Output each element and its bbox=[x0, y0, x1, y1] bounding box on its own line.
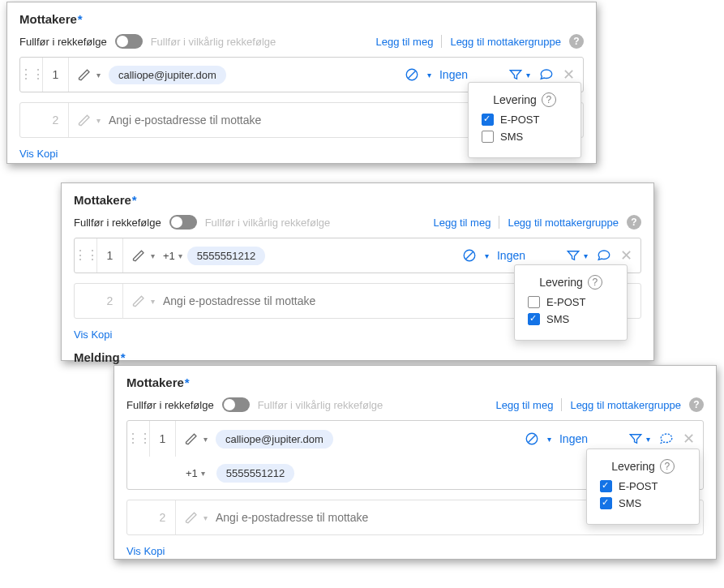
recipient-chip[interactable]: 5555551212 bbox=[187, 247, 265, 265]
sms-checkbox[interactable] bbox=[482, 131, 494, 143]
delivery-popover: Levering ? E-POST SMS bbox=[514, 264, 628, 341]
delivery-popover-title: Levering bbox=[493, 93, 537, 106]
delivery-popover-title: Levering bbox=[539, 276, 583, 289]
drag-handle-icon[interactable]: ⋮⋮ bbox=[20, 58, 43, 92]
speech-bubble-icon[interactable] bbox=[596, 248, 612, 263]
recipient-chip[interactable]: calliope@jupiter.dom bbox=[109, 66, 226, 84]
sms-checkbox[interactable] bbox=[600, 497, 612, 509]
order-toggle[interactable] bbox=[169, 215, 197, 230]
authentication-label[interactable]: Ingen bbox=[497, 249, 525, 262]
speech-bubble-icon[interactable] bbox=[538, 67, 555, 82]
pen-icon bbox=[184, 509, 200, 526]
country-code-selector[interactable]: +1 ▾ bbox=[186, 467, 205, 479]
link-divider bbox=[561, 398, 562, 411]
add-recipient-group-link[interactable]: Legg til mottakergruppe bbox=[508, 217, 619, 229]
complete-any-order-label: Fullfør i vilkårlig rekkefølge bbox=[258, 399, 383, 411]
funnel-icon bbox=[566, 248, 580, 263]
link-divider bbox=[499, 216, 499, 229]
help-icon[interactable]: ? bbox=[588, 275, 602, 290]
delivery-popover: Levering ? E-POST SMS bbox=[468, 82, 581, 158]
row-number: 1 bbox=[150, 421, 176, 457]
drag-handle-placeholder bbox=[127, 500, 150, 534]
remove-row-icon[interactable]: ✕ bbox=[620, 248, 632, 263]
funnel-icon bbox=[508, 67, 523, 82]
country-code-selector[interactable]: +1 ▾ bbox=[163, 250, 182, 262]
svg-line-1 bbox=[408, 71, 415, 79]
chevron-down-icon: ▾ bbox=[151, 297, 155, 306]
chevron-down-icon: ▾ bbox=[178, 251, 182, 260]
pen-icon bbox=[184, 431, 200, 447]
authentication-label[interactable]: Ingen bbox=[439, 68, 468, 81]
funnel-icon bbox=[628, 431, 643, 446]
add-me-link[interactable]: Legg til meg bbox=[376, 36, 434, 48]
sms-label: SMS bbox=[500, 131, 523, 143]
pen-icon bbox=[77, 112, 93, 128]
epost-label: E-POST bbox=[546, 296, 585, 308]
help-icon[interactable]: ? bbox=[542, 92, 556, 107]
chevron-down-icon: ▾ bbox=[646, 435, 650, 444]
drag-handle-icon[interactable]: ⋮⋮ bbox=[127, 421, 150, 457]
chevron-down-icon: ▾ bbox=[96, 71, 101, 79]
ban-icon bbox=[405, 67, 419, 82]
message-heading: Melding* bbox=[74, 350, 641, 364]
epost-label: E-POST bbox=[500, 114, 539, 126]
speech-bubble-icon[interactable] bbox=[658, 431, 675, 446]
role-selector[interactable]: ▾ bbox=[176, 431, 216, 447]
complete-in-order-label: Fullfør i rekkefølge bbox=[19, 36, 107, 48]
help-icon[interactable]: ? bbox=[689, 397, 704, 412]
chevron-down-icon[interactable]: ▾ bbox=[485, 251, 489, 260]
remove-row-icon[interactable]: ✕ bbox=[563, 67, 575, 82]
chevron-down-icon: ▾ bbox=[201, 469, 205, 478]
help-icon[interactable]: ? bbox=[569, 34, 584, 49]
help-icon[interactable]: ? bbox=[627, 215, 641, 230]
chevron-down-icon: ▾ bbox=[526, 71, 530, 79]
role-selector[interactable]: ▾ bbox=[69, 67, 109, 83]
delivery-popover: Levering ? E-POST SMS bbox=[586, 449, 700, 525]
recipient-phone-chip[interactable]: 5555551212 bbox=[216, 464, 294, 483]
add-recipient-group-link[interactable]: Legg til mottakergruppe bbox=[570, 399, 681, 411]
ban-icon bbox=[525, 431, 539, 446]
row-number: 1 bbox=[97, 238, 123, 273]
recipients-heading: Mottakere* bbox=[74, 193, 641, 207]
role-selector[interactable]: ▾ bbox=[123, 247, 163, 264]
recipients-heading: Mottakere* bbox=[126, 376, 704, 389]
role-selector[interactable]: ▾ bbox=[176, 509, 216, 526]
drag-handle-placeholder bbox=[75, 284, 97, 318]
add-me-link[interactable]: Legg til meg bbox=[496, 399, 554, 411]
drag-handle-placeholder bbox=[20, 103, 43, 137]
delivery-dropdown[interactable]: ▾ bbox=[628, 431, 650, 446]
order-toggle[interactable] bbox=[222, 397, 250, 412]
epost-checkbox[interactable] bbox=[600, 480, 612, 492]
recipients-heading: Mottakere* bbox=[19, 12, 584, 26]
add-me-link[interactable]: Legg til meg bbox=[434, 217, 491, 229]
epost-checkbox[interactable] bbox=[482, 114, 494, 126]
authentication-label[interactable]: Ingen bbox=[559, 432, 588, 445]
chevron-down-icon[interactable]: ▾ bbox=[427, 71, 431, 79]
epost-checkbox[interactable] bbox=[528, 296, 540, 308]
ban-icon bbox=[462, 248, 477, 263]
pen-icon bbox=[77, 67, 93, 83]
svg-line-5 bbox=[528, 436, 535, 443]
chevron-down-icon[interactable]: ▾ bbox=[547, 435, 551, 444]
remove-row-icon[interactable]: ✕ bbox=[683, 431, 695, 446]
sms-checkbox[interactable] bbox=[528, 313, 540, 325]
chevron-down-icon: ▾ bbox=[96, 116, 101, 125]
sms-label: SMS bbox=[546, 313, 569, 325]
role-selector[interactable]: ▾ bbox=[123, 293, 163, 309]
role-selector[interactable]: ▾ bbox=[69, 112, 109, 128]
chevron-down-icon: ▾ bbox=[203, 435, 208, 444]
add-recipient-group-link[interactable]: Legg til mottakergruppe bbox=[450, 36, 561, 48]
chevron-down-icon: ▾ bbox=[203, 513, 208, 522]
delivery-dropdown[interactable]: ▾ bbox=[508, 67, 530, 82]
pen-icon bbox=[131, 293, 148, 309]
help-icon[interactable]: ? bbox=[660, 459, 675, 474]
delivery-dropdown[interactable]: ▾ bbox=[566, 248, 588, 263]
row-number: 2 bbox=[150, 500, 176, 534]
sms-label: SMS bbox=[619, 497, 641, 509]
chevron-down-icon: ▾ bbox=[584, 251, 588, 260]
drag-handle-icon[interactable]: ⋮⋮ bbox=[75, 238, 97, 273]
complete-any-order-label: Fullfør i vilkårlig rekkefølge bbox=[205, 217, 331, 229]
order-toggle[interactable] bbox=[115, 34, 143, 49]
recipient-email-chip[interactable]: calliope@jupiter.dom bbox=[216, 430, 333, 449]
show-copy-link[interactable]: Vis Kopi bbox=[126, 545, 704, 557]
